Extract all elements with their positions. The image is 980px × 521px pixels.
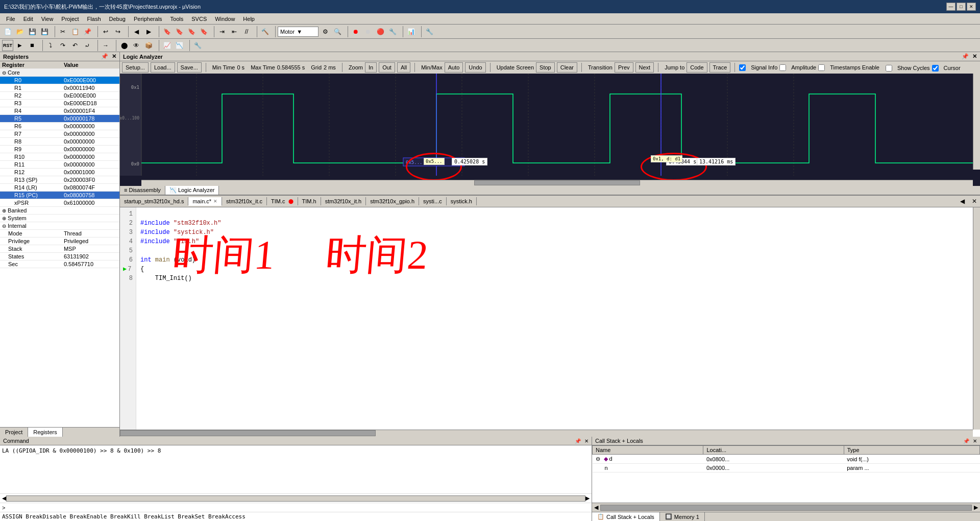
maximize-button[interactable]: □: [957, 3, 966, 11]
outdent-btn[interactable]: ⇤: [229, 26, 240, 37]
la-pin-icon[interactable]: 📌: [962, 53, 969, 59]
tab-timc[interactable]: TIM.c ⬤: [267, 197, 298, 205]
close-button[interactable]: ✕: [967, 3, 976, 11]
redo-btn[interactable]: ↪: [112, 26, 124, 37]
register-r2-row[interactable]: R2 0xE000E000: [0, 92, 119, 100]
la-zoom-in-btn[interactable]: In: [365, 62, 377, 73]
register-r12-row[interactable]: R12 0x00001000: [0, 169, 119, 176]
tab-startup[interactable]: startup_stm32f10x_hd.s: [120, 197, 188, 205]
stack-row[interactable]: Stack MSP: [0, 245, 119, 253]
la-zoom-out-btn[interactable]: Out: [379, 62, 395, 73]
logic-analyzer-tab[interactable]: 📉 Logic Analyzer: [165, 186, 219, 195]
open-file-btn[interactable]: 📂: [14, 26, 26, 37]
step-into-btn[interactable]: ⤵: [45, 40, 56, 51]
cut-btn[interactable]: ✂: [57, 26, 68, 37]
la-clear-btn[interactable]: Clear: [557, 62, 577, 73]
code-text[interactable]: #include "stm32f10x.h" #include "systick…: [136, 207, 980, 437]
sec-row[interactable]: Sec 0.58457710: [0, 260, 119, 268]
menu-project[interactable]: Project: [57, 15, 83, 23]
tab-timh[interactable]: TIM.h: [298, 197, 321, 205]
tab-systi[interactable]: systi...c: [419, 197, 447, 205]
pin-icon[interactable]: 📌: [101, 53, 108, 59]
la-code-btn[interactable]: Code: [687, 62, 707, 73]
debug-circle-btn[interactable]: ⏺: [362, 26, 374, 37]
command-hscroll[interactable]: [6, 495, 585, 502]
bookmark4-btn[interactable]: 🔖: [198, 26, 209, 37]
debug-run-btn[interactable]: ⏺: [350, 26, 361, 37]
menu-window[interactable]: Window: [211, 15, 239, 23]
register-r6-row[interactable]: R6 0x00000000: [0, 123, 119, 130]
menu-edit[interactable]: Edit: [19, 15, 37, 23]
logic-an-btn[interactable]: 📉: [174, 40, 185, 51]
menu-file[interactable]: File: [2, 15, 19, 23]
register-r10-row[interactable]: R10 0x00000000: [0, 153, 119, 161]
la-trace-btn[interactable]: Trace: [709, 62, 731, 73]
cs-pin-icon[interactable]: 📌: [963, 438, 969, 444]
core-expand-btn[interactable]: ⊖: [2, 70, 6, 76]
register-r7-row[interactable]: R7 0x00000000: [0, 130, 119, 138]
watch-btn[interactable]: 👁: [131, 40, 142, 51]
la-amplitude-check[interactable]: [779, 64, 786, 71]
banked-expand[interactable]: ⊕: [2, 208, 6, 214]
save-all-btn[interactable]: 💾: [39, 26, 50, 37]
project-tab[interactable]: Project: [0, 428, 28, 437]
copy-btn[interactable]: 📋: [69, 26, 81, 37]
mode-row[interactable]: Mode Thread: [0, 230, 119, 238]
la-cursor-check[interactable]: [932, 65, 939, 72]
tab-systickh[interactable]: systick.h: [447, 197, 477, 205]
command-close-icon[interactable]: ✕: [584, 438, 589, 444]
save-btn[interactable]: 💾: [27, 26, 38, 37]
cs-tab-memory[interactable]: 🔲 Memory 1: [660, 512, 705, 521]
tab-main[interactable]: main.c* ✕: [188, 197, 222, 206]
build-btn[interactable]: 🔨: [259, 26, 271, 37]
system-expand[interactable]: ⊕: [2, 216, 6, 221]
memory-btn[interactable]: 📦: [143, 40, 154, 51]
register-r15-row[interactable]: R15 (PC) 0x08000758: [0, 192, 119, 199]
registers-close-icon[interactable]: ✕: [112, 53, 116, 59]
la-zoom-all-btn[interactable]: All: [397, 62, 410, 73]
privilege-row[interactable]: Privilege Privileged: [0, 238, 119, 245]
internal-expand[interactable]: ⊖: [2, 223, 6, 229]
debug-stop-btn[interactable]: 🔴: [375, 26, 386, 37]
la-setup-btn[interactable]: Setup...: [122, 62, 149, 73]
minimize-button[interactable]: —: [946, 3, 955, 11]
menu-flash[interactable]: Flash: [83, 15, 105, 23]
bookmark-btn[interactable]: 🔖: [161, 26, 173, 37]
undo-btn[interactable]: ↩: [100, 26, 111, 37]
tab-stm32it[interactable]: stm32f10x_it.c: [222, 197, 267, 205]
register-r5-row[interactable]: R5 0x00000178: [0, 115, 119, 123]
la-hscroll-thumb[interactable]: [474, 180, 641, 185]
la-auto-btn[interactable]: Auto: [445, 62, 463, 73]
la-show-cycles-check[interactable]: [886, 65, 892, 72]
la-undo-btn[interactable]: Undo: [465, 62, 485, 73]
cs-hscroll-thumb[interactable]: [600, 505, 972, 511]
paste-btn[interactable]: 📌: [82, 26, 93, 37]
scroll-right-icon[interactable]: ▶: [585, 495, 590, 502]
register-r13-row[interactable]: R13 (SP) 0x200003F0: [0, 176, 119, 184]
step-out-btn[interactable]: ↶: [69, 40, 81, 51]
la-timestamps-check[interactable]: [818, 64, 825, 71]
code-hscroll-thumb[interactable]: [120, 430, 376, 436]
register-r1-row[interactable]: R1 0x00011940: [0, 84, 119, 92]
la-close-icon[interactable]: ✕: [972, 53, 977, 59]
la-load-btn[interactable]: Load...: [151, 62, 175, 73]
bookmark2-btn[interactable]: 🔖: [174, 26, 185, 37]
target-options-btn[interactable]: ⚙: [320, 26, 331, 37]
tab-it-h[interactable]: stm32f10x_it.h: [321, 197, 366, 205]
tab-main-close[interactable]: ✕: [213, 199, 217, 204]
states-row[interactable]: States 63131902: [0, 253, 119, 260]
register-r14-row[interactable]: R14 (LR) 0x0800074F: [0, 184, 119, 192]
display-btn[interactable]: 📊: [405, 26, 416, 37]
cs-close-icon[interactable]: ✕: [973, 438, 977, 444]
tab-scroll-left[interactable]: ◀: [957, 196, 968, 207]
cs-row-d[interactable]: ⊖ ◆ d 0x0800... void f(...): [593, 455, 980, 464]
command-input[interactable]: [5, 504, 590, 511]
code-vscroll[interactable]: [973, 207, 980, 430]
menu-view[interactable]: View: [37, 15, 58, 23]
register-r4-row[interactable]: R4 0x000001F4: [0, 107, 119, 115]
run-to-btn[interactable]: ⤾: [82, 40, 93, 51]
la-stop-btn[interactable]: Stop: [536, 62, 555, 73]
cs-scroll-left[interactable]: ◀: [594, 504, 598, 511]
cs-row-n[interactable]: n 0x0000... param ...: [593, 464, 980, 472]
nav-back-btn[interactable]: ◀: [131, 26, 142, 37]
